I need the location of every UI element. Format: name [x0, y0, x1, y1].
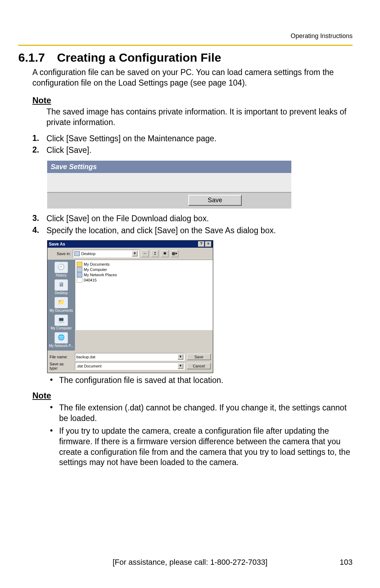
- places-label: Desktop: [55, 291, 68, 295]
- panel-title: Save Settings: [47, 161, 291, 173]
- section-number: 6.1.7: [18, 51, 57, 64]
- places-label: My Computer: [51, 326, 72, 330]
- places-desktop[interactable]: 🖥Desktop: [49, 279, 74, 296]
- bullet-item: • The file extension (.dat) cannot be ch…: [50, 403, 353, 424]
- footer-assist: [For assistance, please call: 1-800-272-…: [0, 558, 380, 567]
- chevron-down-icon[interactable]: ▼: [178, 354, 183, 360]
- list-item[interactable]: My Network Places: [77, 272, 211, 277]
- close-icon[interactable]: ×: [205, 241, 211, 247]
- views-icon[interactable]: ▦▾: [171, 250, 178, 257]
- bullet-text: The configuration file is saved at that …: [59, 375, 353, 386]
- dialog-title: Save As: [49, 242, 65, 247]
- note-body: The saved image has contains private inf…: [46, 107, 353, 128]
- list-item[interactable]: My Documents: [77, 262, 211, 267]
- places-label: History: [56, 273, 66, 277]
- filetype-label: Save as type:: [50, 362, 73, 370]
- step-number: 2.: [32, 145, 46, 156]
- save-as-dialog-wrap: Save As ? × Save in: Desktop ▼ ← ↥ ✱ ▦▾: [47, 240, 353, 373]
- new-folder-icon[interactable]: ✱: [161, 250, 169, 257]
- header-rule: [18, 45, 353, 46]
- panel-footer: Save: [47, 193, 291, 209]
- section-heading: 6.1.7Creating a Configuration File: [18, 51, 353, 64]
- step-1: 1. Click [Save Settings] on the Maintena…: [32, 134, 353, 144]
- save-as-dialog: Save As ? × Save in: Desktop ▼ ← ↥ ✱ ▦▾: [47, 240, 213, 373]
- file-list[interactable]: My Documents My Computer My Network Plac…: [75, 260, 213, 330]
- step-2: 2. Click [Save].: [32, 145, 353, 156]
- places-mycomputer[interactable]: 💻My Computer: [49, 314, 74, 332]
- cancel-button[interactable]: Cancel: [187, 363, 211, 369]
- bullet-item: • The configuration file is saved at tha…: [50, 375, 353, 386]
- dialog-titlebar: Save As ? ×: [48, 241, 213, 248]
- page-number: 103: [340, 558, 353, 567]
- section-intro: A configuration file can be saved on you…: [32, 67, 353, 88]
- savein-value: Desktop: [81, 252, 95, 256]
- dialog-bottom: File name: backup.dat ▼ Save Save as typ…: [48, 351, 213, 373]
- chevron-down-icon[interactable]: ▼: [132, 251, 138, 256]
- filename-value: backup.dat: [76, 355, 95, 359]
- filename-input[interactable]: backup.dat ▼: [75, 353, 185, 361]
- folder-icon: [77, 262, 82, 267]
- save-button[interactable]: Save: [187, 354, 211, 360]
- section-title: Creating a Configuration File: [57, 51, 221, 64]
- step-text: Click [Save Settings] on the Maintenance…: [46, 134, 353, 144]
- computer-icon: [77, 267, 82, 272]
- bullet-marker: •: [50, 403, 59, 424]
- step-number: 3.: [32, 213, 46, 224]
- step-text: Click [Save] on the File Download dialog…: [46, 213, 353, 224]
- file-name: My Network Places: [84, 273, 117, 277]
- desktop-icon: [74, 251, 80, 256]
- network-icon: [77, 272, 82, 277]
- bullet-marker: •: [50, 426, 59, 468]
- save-button[interactable]: Save: [188, 195, 242, 206]
- note-label: Note: [32, 391, 353, 401]
- places-mydocs[interactable]: 📁My Documents: [49, 296, 74, 314]
- back-icon[interactable]: ←: [141, 250, 149, 257]
- document-page: Operating Instructions 6.1.7Creating a C…: [0, 0, 380, 588]
- places-label: My Network P...: [49, 344, 73, 348]
- bullet-text: If you try to update the camera, create …: [59, 426, 353, 468]
- file-name: 040415: [84, 278, 97, 282]
- step-text: Click [Save].: [46, 145, 353, 156]
- step-number: 1.: [32, 134, 46, 144]
- file-name: My Computer: [84, 267, 107, 272]
- savein-combo[interactable]: Desktop ▼: [73, 250, 139, 258]
- bullet-marker: •: [50, 375, 59, 386]
- places-mynetwork[interactable]: 🌐My Network P...: [49, 332, 74, 349]
- step-3: 3. Click [Save] on the File Download dia…: [32, 213, 353, 224]
- list-item[interactable]: 040415: [77, 278, 211, 283]
- folder-icon: [77, 278, 82, 283]
- bullet-item: • If you try to update the camera, creat…: [50, 426, 353, 468]
- places-history[interactable]: 🕘History: [49, 261, 74, 279]
- filetype-value: .dat Document: [76, 364, 102, 368]
- chevron-down-icon[interactable]: ▼: [178, 363, 183, 369]
- help-icon[interactable]: ?: [198, 241, 204, 247]
- step-4: 4. Specify the location, and click [Save…: [32, 225, 353, 236]
- filetype-combo[interactable]: .dat Document ▼: [75, 362, 185, 370]
- step-number: 4.: [32, 225, 46, 236]
- bullet-text: The file extension (.dat) cannot be chan…: [59, 403, 353, 424]
- note-label: Note: [32, 95, 353, 105]
- up-one-level-icon[interactable]: ↥: [151, 250, 159, 257]
- save-settings-panel: Save Settings Save: [47, 161, 291, 209]
- dialog-toolbar: Save in: Desktop ▼ ← ↥ ✱ ▦▾: [48, 248, 213, 260]
- filename-label: File name:: [50, 355, 73, 359]
- panel-body: [47, 173, 291, 193]
- places-label: My Documents: [50, 309, 73, 312]
- step-text: Specify the location, and click [Save] o…: [46, 225, 353, 236]
- list-item[interactable]: My Computer: [77, 267, 211, 272]
- file-name: My Documents: [84, 262, 109, 266]
- savein-label: Save in:: [50, 252, 71, 256]
- running-header: Operating Instructions: [18, 32, 353, 40]
- places-bar: 🕘History 🖥Desktop 📁My Documents 💻My Comp…: [48, 260, 75, 351]
